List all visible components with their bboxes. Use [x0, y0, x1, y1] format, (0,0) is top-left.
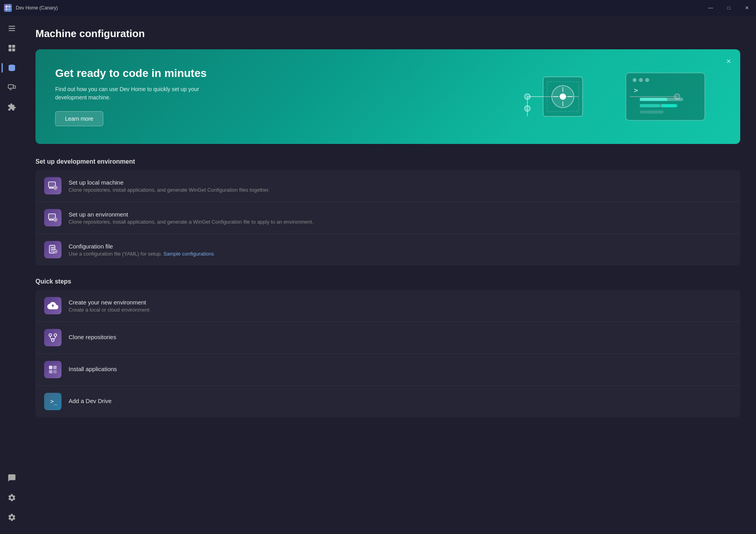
clone-repos-title: Clone repositories: [69, 334, 732, 340]
svg-rect-53: [53, 370, 57, 373]
create-env-desc: Create a local or cloud environment: [69, 307, 732, 313]
svg-rect-3: [8, 8, 10, 10]
sidebar-item-dashboard[interactable]: [3, 39, 20, 57]
svg-rect-37: [640, 104, 659, 107]
svg-point-32: [645, 78, 649, 82]
add-dev-drive-item[interactable]: >_ Add a Dev Drive: [35, 386, 740, 417]
svg-point-46: [49, 334, 52, 336]
clone-repositories-item[interactable]: Clone repositories: [35, 322, 740, 354]
sidebar: [0, 16, 24, 534]
sidebar-item-ext-settings[interactable]: [3, 489, 20, 506]
titlebar: Dev Home (Canary) — □ ✕: [0, 0, 756, 16]
svg-rect-51: [53, 366, 57, 369]
hero-description: Find out how you can use Dev Home to qui…: [55, 85, 221, 102]
hero-illustration: >: [484, 65, 721, 128]
install-apps-title: Install applications: [69, 366, 732, 372]
svg-rect-5: [9, 28, 15, 29]
setup-section-title: Set up development environment: [35, 158, 740, 165]
svg-rect-29: [626, 73, 705, 120]
svg-point-31: [639, 78, 643, 82]
setup-local-machine-item[interactable]: Set up local machine Clone repositories,…: [35, 170, 740, 202]
svg-rect-10: [12, 49, 15, 51]
install-applications-item[interactable]: Install applications: [35, 354, 740, 386]
svg-rect-52: [49, 370, 52, 373]
app-icon: [4, 4, 12, 12]
quick-steps-card-list: Create your new environment Create a loc…: [35, 290, 740, 417]
sidebar-item-menu[interactable]: [3, 20, 20, 37]
hero-title: Get ready to code in minutes: [55, 67, 221, 80]
clone-repos-icon: [44, 329, 61, 346]
svg-rect-7: [9, 45, 11, 48]
setup-env-icon: [44, 209, 61, 226]
svg-point-45: [54, 250, 57, 253]
setup-local-icon: [44, 177, 61, 194]
sidebar-top: [3, 20, 20, 116]
setup-env-text: Set up an environment Clone repositories…: [69, 211, 732, 225]
install-apps-icon: [44, 361, 61, 378]
svg-point-47: [54, 334, 57, 336]
sidebar-item-devices[interactable]: [3, 79, 20, 96]
learn-more-button[interactable]: Learn more: [55, 111, 103, 126]
svg-rect-35: [640, 98, 683, 101]
create-env-icon: [44, 297, 61, 314]
sidebar-bottom: [3, 469, 20, 530]
sidebar-item-extensions[interactable]: [3, 99, 20, 116]
maximize-button[interactable]: □: [720, 0, 738, 16]
svg-rect-6: [9, 30, 15, 31]
add-dev-drive-text: Add a Dev Drive: [69, 398, 732, 405]
add-dev-drive-icon: >_: [44, 393, 61, 410]
setup-env-desc: Clone repositories, install applications…: [69, 219, 732, 225]
configuration-file-item[interactable]: Configuration file Use a configuration f…: [35, 234, 740, 265]
minimize-button[interactable]: —: [702, 0, 720, 16]
svg-rect-0: [6, 6, 7, 7]
create-environment-item[interactable]: Create your new environment Create a loc…: [35, 290, 740, 322]
svg-rect-1: [8, 6, 10, 7]
sidebar-item-machine-config[interactable]: [3, 59, 20, 77]
svg-text:>: >: [634, 86, 638, 94]
page-title: Machine configuration: [35, 28, 740, 40]
svg-point-23: [560, 93, 566, 100]
svg-rect-12: [8, 85, 13, 88]
svg-point-17: [525, 94, 530, 99]
hero-close-button[interactable]: ✕: [723, 56, 734, 67]
svg-rect-39: [640, 110, 663, 114]
svg-rect-13: [13, 86, 15, 88]
setup-env-title: Set up an environment: [69, 211, 732, 218]
close-button[interactable]: ✕: [738, 0, 756, 16]
sidebar-item-feedback[interactable]: [3, 469, 20, 487]
svg-point-18: [525, 106, 530, 111]
setup-local-title: Set up local machine: [69, 179, 732, 186]
svg-text:>_: >_: [50, 398, 58, 405]
svg-rect-50: [49, 366, 52, 369]
config-file-title: Configuration file: [69, 243, 732, 250]
svg-point-48: [52, 339, 54, 342]
setup-card-list: Set up local machine Clone repositories,…: [35, 170, 740, 265]
setup-environment-item[interactable]: Set up an environment Clone repositories…: [35, 202, 740, 234]
svg-point-30: [633, 78, 637, 82]
sample-configurations-link[interactable]: Sample configurations: [163, 251, 214, 257]
add-dev-drive-title: Add a Dev Drive: [69, 398, 732, 404]
hero-text: Get ready to code in minutes Find out ho…: [55, 67, 221, 126]
config-file-icon: [44, 241, 61, 258]
config-file-desc: Use a configuration file (YAML) for setu…: [69, 251, 732, 257]
sidebar-item-settings[interactable]: [3, 509, 20, 526]
create-env-text: Create your new environment Create a loc…: [69, 299, 732, 313]
app-title: Dev Home (Canary): [16, 5, 58, 11]
install-apps-text: Install applications: [69, 366, 732, 373]
hero-banner: Get ready to code in minutes Find out ho…: [35, 49, 740, 144]
setup-local-text: Set up local machine Clone repositories,…: [69, 179, 732, 193]
titlebar-left: Dev Home (Canary): [4, 4, 58, 12]
svg-rect-2: [6, 8, 7, 10]
svg-rect-8: [12, 45, 15, 48]
quick-steps-section-title: Quick steps: [35, 278, 740, 285]
svg-rect-4: [9, 26, 15, 27]
create-env-title: Create your new environment: [69, 299, 732, 306]
config-file-text: Configuration file Use a configuration f…: [69, 243, 732, 257]
app-body: Machine configuration Get ready to code …: [0, 16, 756, 534]
clone-repos-text: Clone repositories: [69, 334, 732, 342]
svg-rect-38: [661, 104, 677, 107]
window-controls: — □ ✕: [702, 0, 756, 16]
main-content: Machine configuration Get ready to code …: [24, 16, 756, 534]
setup-local-desc: Clone repositories, install applications…: [69, 187, 732, 193]
svg-rect-9: [9, 49, 11, 51]
